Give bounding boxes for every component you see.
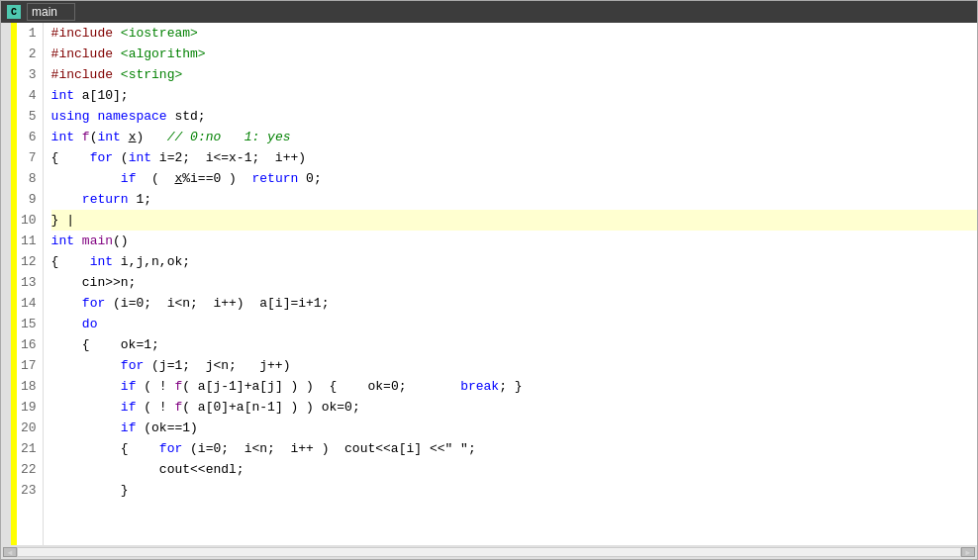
code-line-19: if ( ! f( a[0]+a[n-1] ) ) ok=0; bbox=[51, 397, 977, 418]
code-line-1: #include <iostream> bbox=[51, 23, 977, 44]
code-line-15: do bbox=[51, 314, 977, 334]
main-window: C main 1 2 3 4 5 6 7 8 9 10 11 12 13 14 … bbox=[0, 0, 978, 560]
code-line-22: cout<<endl; bbox=[51, 459, 977, 480]
code-line-14: for (i=0; i<n; i++) a[i]=i+1; bbox=[51, 293, 977, 314]
code-line-2: #include <algorithm> bbox=[51, 44, 977, 64]
horizontal-scroll[interactable]: ◀ ▶ bbox=[1, 545, 977, 559]
code-line-10: } | bbox=[51, 210, 977, 231]
scroll-track[interactable] bbox=[17, 547, 961, 557]
code-line-21: { for (i=0; i<n; i++ ) cout<<a[i] <<" "; bbox=[51, 438, 977, 459]
code-line-7: { for (int i=2; i<=x-1; i++) bbox=[51, 147, 977, 168]
code-line-5: using namespace std; bbox=[51, 106, 977, 127]
code-line-11: int main() bbox=[51, 231, 977, 251]
code-line-20: if (ok==1) bbox=[51, 418, 977, 438]
scroll-right-button[interactable]: ▶ bbox=[961, 547, 975, 557]
code-line-3: #include <string> bbox=[51, 64, 977, 85]
line-numbers: 1 2 3 4 5 6 7 8 9 10 11 12 13 14 15 16 1… bbox=[17, 23, 44, 545]
code-line-9: return 1; bbox=[51, 189, 977, 210]
code-line-18: if ( ! f( a[j-1]+a[j] ) ) { ok=0; break;… bbox=[51, 376, 977, 397]
code-line-16: { ok=1; bbox=[51, 334, 977, 355]
code-line-23: } bbox=[51, 480, 977, 501]
function-dropdown[interactable]: main bbox=[27, 3, 75, 21]
bottom-scrollbar[interactable]: ◀ ▶ bbox=[1, 545, 977, 559]
code-line-17: for (j=1; j<n; j++) bbox=[51, 355, 977, 376]
left-gutter bbox=[1, 23, 11, 545]
code-line-12: { int i,j,n,ok; bbox=[51, 251, 977, 272]
code-line-13: cin>>n; bbox=[51, 272, 977, 293]
code-line-6: int f(int x) // 0:no 1: yes bbox=[51, 127, 977, 147]
scroll-left-button[interactable]: ◀ bbox=[3, 547, 17, 557]
editor-container: 1 2 3 4 5 6 7 8 9 10 11 12 13 14 15 16 1… bbox=[1, 23, 977, 545]
code-area[interactable]: #include <iostream> #include <algorithm>… bbox=[44, 23, 977, 545]
code-line-4: int a[10]; bbox=[51, 85, 977, 106]
code-line-8: if ( x%i==0 ) return 0; bbox=[51, 168, 977, 189]
title-bar: C main bbox=[1, 1, 977, 23]
window-icon: C bbox=[7, 5, 21, 19]
